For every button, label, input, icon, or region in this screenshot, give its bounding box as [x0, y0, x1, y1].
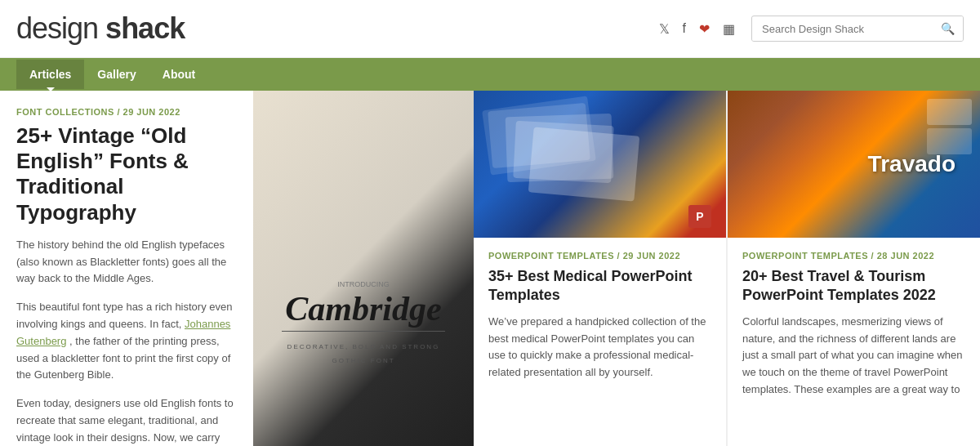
medical-title[interactable]: 35+ Best Medical PowerPoint Templates	[488, 267, 711, 306]
travel-title[interactable]: 20+ Best Travel & Tourism PowerPoint Tem…	[742, 267, 965, 306]
nav-about[interactable]: About	[149, 60, 208, 89]
search-input[interactable]	[752, 17, 933, 41]
main-article: FONT COLLECTIONS / 29 JUN 2022 25+ Vinta…	[0, 91, 253, 446]
article-title[interactable]: 25+ Vintage “Old English” Fonts & Tradit…	[16, 123, 237, 225]
search-button[interactable]: 🔍	[933, 16, 963, 41]
medical-article: P POWERPOINT TEMPLATES / 29 JUN 2022 35+…	[474, 91, 727, 446]
travado-text: Travado	[868, 151, 956, 177]
cambridge-subtitle2: GOTHIC FONT	[332, 357, 394, 364]
facebook-icon[interactable]: f	[683, 21, 686, 36]
medical-article-image[interactable]: P	[474, 91, 726, 238]
feature-image-cambridge[interactable]: INTRODUCING Cambridge DECORATIVE, BOLD A…	[253, 91, 474, 446]
main-content: FONT COLLECTIONS / 29 JUN 2022 25+ Vinta…	[0, 91, 980, 446]
travel-article: Travado POWERPOINT TEMPLATES / 28 JUN 20…	[727, 91, 980, 446]
rss-icon[interactable]: ▦	[723, 21, 735, 37]
travel-article-body: POWERPOINT TEMPLATES / 28 JUN 2022 20+ B…	[728, 238, 980, 412]
article-excerpt-1: The history behind the old English typef…	[16, 237, 237, 288]
travel-body: Colorful landscapes, mesmerizing views o…	[742, 314, 965, 399]
article-excerpt-2: This beautiful font type has a rich hist…	[16, 299, 237, 384]
nav-articles[interactable]: Articles	[16, 60, 84, 89]
medical-body: We’ve prepared a handpicked collection o…	[488, 314, 711, 381]
travel-article-image[interactable]: Travado	[728, 91, 980, 238]
travado-overlay: Travado	[728, 91, 980, 238]
header: design shack 𝕏 f ❤ ▦ 🔍	[0, 0, 980, 58]
navigation: Articles Gallery About	[0, 58, 980, 91]
nav-gallery[interactable]: Gallery	[84, 60, 149, 89]
logo-part1: design	[16, 11, 98, 45]
travel-category: POWERPOINT TEMPLATES / 28 JUN 2022	[742, 251, 965, 261]
medical-category: POWERPOINT TEMPLATES / 29 JUN 2022	[488, 251, 711, 261]
site-logo[interactable]: design shack	[16, 11, 185, 46]
cambridge-subtitle: DECORATIVE, BOLD AND STRONG	[287, 343, 440, 350]
article-category: FONT COLLECTIONS / 29 JUN 2022	[16, 107, 237, 117]
search-bar: 🔍	[751, 16, 964, 42]
medical-article-body: POWERPOINT TEMPLATES / 29 JUN 2022 35+ B…	[474, 238, 726, 395]
right-articles: P POWERPOINT TEMPLATES / 29 JUN 2022 35+…	[474, 91, 980, 446]
pinterest-icon[interactable]: ❤	[699, 21, 710, 37]
article-excerpt-3: Even today, designers use old English fo…	[16, 395, 237, 446]
social-icons: 𝕏 f ❤ ▦	[659, 21, 735, 37]
powerpoint-badge: P	[688, 205, 711, 228]
twitter-icon[interactable]: 𝕏	[659, 21, 670, 37]
cambridge-title: Cambridge	[285, 292, 441, 326]
cambridge-intro: INTRODUCING	[337, 280, 390, 288]
logo-part2: shack	[105, 11, 185, 45]
